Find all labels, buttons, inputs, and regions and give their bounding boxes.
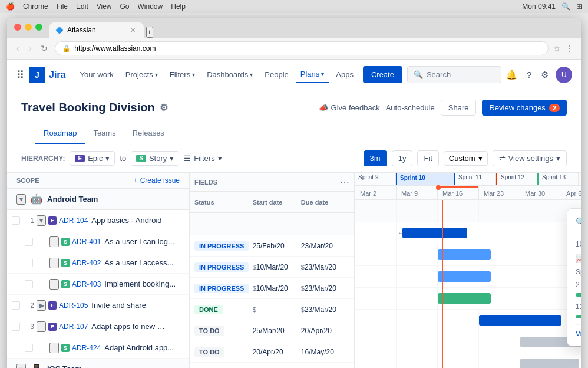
row-checkbox[interactable] — [12, 216, 20, 225]
create-issue-button[interactable]: + Create issue — [134, 176, 180, 185]
filter-button[interactable]: ☰ Filters ▾ — [184, 154, 222, 163]
forward-btn[interactable]: › — [27, 42, 34, 54]
jira-logo[interactable]: J Jira — [29, 67, 65, 83]
row-checkbox[interactable] — [12, 301, 20, 310]
tab-releases[interactable]: Releases — [124, 123, 173, 144]
issue-key[interactable]: ADR-104 — [59, 216, 88, 225]
issue-key[interactable]: ADR-105 — [59, 301, 88, 310]
user-avatar[interactable]: U — [556, 67, 572, 83]
issue-key[interactable]: ADR-402 — [72, 259, 101, 267]
row-checkbox[interactable] — [25, 280, 33, 288]
hierarchy-from-select[interactable]: E Epic ▾ — [70, 151, 115, 166]
search-mac-icon[interactable]: 🔍 — [561, 2, 570, 11]
page-settings-icon[interactable]: ⚙ — [160, 102, 168, 113]
gantt-bar[interactable] — [479, 315, 561, 326]
issue-key[interactable]: ADR-401 — [72, 238, 101, 246]
row-expand-btn[interactable] — [37, 321, 46, 332]
close-window-btn[interactable] — [14, 24, 21, 31]
table-row[interactable]: 1 ▾ E ADR-104 App basics - Android — [7, 210, 189, 231]
gantt-bar[interactable] — [438, 271, 491, 282]
reload-btn[interactable]: ↻ — [38, 42, 50, 54]
time-3m-btn[interactable]: 3m — [364, 150, 387, 166]
issue-key[interactable]: ADR-107 — [59, 323, 88, 331]
settings-icon[interactable]: ⚙ — [539, 67, 551, 83]
sprint-10-label[interactable]: Sprint 10 — [396, 173, 455, 185]
row-expand-btn[interactable] — [49, 258, 59, 268]
gantt-bar[interactable] — [438, 293, 491, 304]
create-button[interactable]: Create — [363, 66, 402, 83]
window-menu[interactable]: Window — [138, 2, 163, 11]
gantt-bar[interactable] — [438, 249, 491, 260]
row-checkbox[interactable] — [25, 238, 33, 246]
table-row[interactable]: S ADR-401 As a user I can log... — [7, 231, 189, 252]
time-1y-btn[interactable]: 1y — [392, 150, 413, 166]
table-row[interactable]: 3 E ADR-107 Adapt apps to new pa... — [7, 316, 189, 337]
go-menu[interactable]: Go — [120, 2, 130, 11]
metric1-bar-fill — [576, 293, 581, 297]
nav-people[interactable]: People — [260, 67, 293, 83]
nav-apps[interactable]: Apps — [331, 67, 358, 83]
help-menu[interactable]: Help — [171, 2, 186, 11]
view-settings-btn[interactable]: ⇌ View settings ▾ — [493, 150, 567, 166]
row-num: 3 — [22, 323, 34, 331]
sprint-13-label: Sprint 13 — [537, 173, 579, 185]
nav-filters[interactable]: Filters ▾ — [165, 67, 200, 83]
issue-key[interactable]: ADR-424 — [72, 344, 101, 352]
tab-roadmap[interactable]: Roadmap — [35, 123, 85, 144]
row-expand-btn[interactable] — [49, 343, 59, 353]
fullscreen-window-btn[interactable] — [35, 24, 42, 31]
file-menu[interactable]: File — [57, 2, 68, 11]
row-checkbox[interactable] — [25, 259, 33, 267]
row-expand-btn[interactable] — [49, 279, 59, 290]
minimize-window-btn[interactable] — [25, 24, 32, 31]
row-expand-btn[interactable]: ▶ — [37, 300, 46, 311]
row-checkbox[interactable] — [25, 344, 33, 352]
row-checkbox[interactable] — [12, 323, 20, 331]
row-num: 1 — [22, 216, 34, 225]
time-fit-btn[interactable]: Fit — [417, 150, 438, 166]
row-expand-btn[interactable] — [49, 236, 59, 247]
table-row[interactable]: S ADR-403 Implement booking... — [7, 274, 189, 295]
notifications-icon[interactable]: 🔔 — [504, 67, 520, 83]
address-bar[interactable]: 🔒 https://www.atlassian.com — [55, 41, 549, 55]
tab-close-btn[interactable]: ✕ — [130, 27, 136, 34]
row-expand-btn[interactable]: ▾ — [37, 215, 46, 226]
share-button[interactable]: Share — [441, 100, 477, 116]
nav-plans[interactable]: Plans ▾ — [296, 66, 329, 83]
table-row[interactable]: S ADR-402 As a user I access... — [7, 252, 189, 274]
ios-team-expand-btn[interactable]: ▾ — [16, 364, 26, 369]
table-row[interactable]: 2 ▶ E ADR-105 Invite and share — [7, 295, 189, 316]
time-custom-select[interactable]: Custom ▾ — [444, 151, 488, 166]
bookmark-icon[interactable]: ☆ — [553, 44, 561, 53]
view-menu[interactable]: View — [97, 2, 112, 11]
epic-badge: E — [75, 155, 85, 162]
issue-title: Implement booking... — [104, 280, 176, 288]
table-row[interactable]: S ADR-424 Adapt Android app... — [7, 337, 189, 359]
feedback-button[interactable]: 📣 Give feedback — [319, 103, 380, 112]
hierarchy-to-select[interactable]: S Story ▾ — [131, 151, 179, 166]
review-changes-button[interactable]: Review changes 2 — [482, 100, 567, 116]
metric1-bar-bg — [576, 293, 581, 297]
new-tab-btn[interactable]: + — [146, 27, 153, 38]
search-box[interactable]: 🔍 Search — [407, 66, 501, 83]
nav-projects[interactable]: Projects ▾ — [121, 67, 163, 83]
view-sprint-link[interactable]: View sprint in Jira — [576, 330, 581, 339]
tab-teams[interactable]: Teams — [85, 123, 124, 144]
nav-dashboards[interactable]: Dashboards ▾ — [202, 67, 257, 83]
gantt-bar[interactable] — [402, 228, 467, 238]
edit-menu[interactable]: Edit — [76, 2, 88, 11]
nav-your-work[interactable]: Your work — [75, 67, 118, 83]
active-tab[interactable]: 🔷 Atlassian ✕ — [49, 22, 144, 38]
grid-icon[interactable]: ⠿ — [16, 68, 24, 81]
back-btn[interactable]: ‹ — [14, 42, 22, 54]
megaphone-icon: 📣 — [319, 103, 328, 112]
more-options-icon[interactable]: ⋮ — [566, 44, 574, 53]
control-center-icon[interactable]: ⊞ — [576, 2, 582, 11]
gantt-bar[interactable] — [520, 359, 579, 368]
issue-key[interactable]: ADR-403 — [72, 280, 101, 288]
more-fields-icon[interactable]: ⋯ — [340, 176, 349, 188]
android-team-expand-btn[interactable]: ▾ — [16, 194, 26, 205]
autoschedule-button[interactable]: Auto-schedule — [386, 103, 435, 112]
apple-menu[interactable]: 🍎 — [6, 2, 15, 11]
help-icon[interactable]: ? — [524, 67, 534, 82]
